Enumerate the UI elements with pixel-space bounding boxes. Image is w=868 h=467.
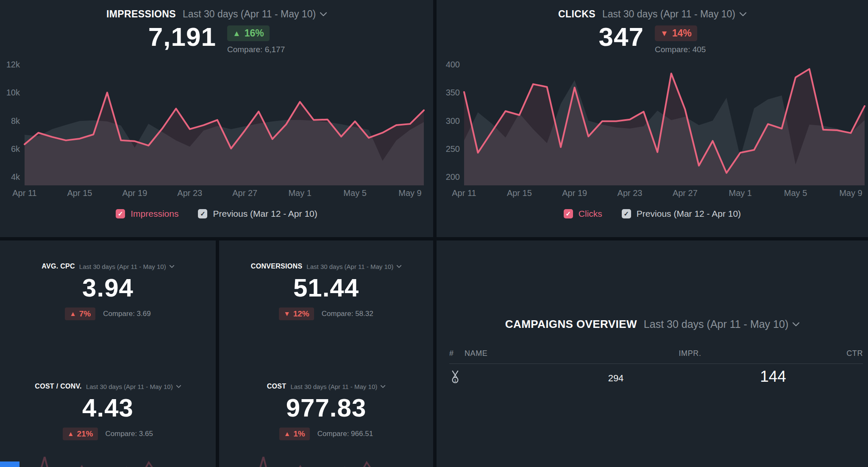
column-header-rank: #: [449, 349, 454, 358]
svg-text:Apr 27: Apr 27: [232, 188, 257, 198]
impressions-header: IMPRESSIONS Last 30 days (Apr 11 - May 1…: [0, 8, 433, 20]
delta-badge: ▲ 21%: [63, 428, 97, 440]
cell-impressions: 294: [608, 373, 624, 384]
metric-value: 51.44: [293, 275, 359, 301]
arrow-up-icon: ▲: [284, 430, 290, 438]
delta-value: 12%: [293, 309, 309, 319]
svg-text:May 5: May 5: [784, 188, 807, 198]
svg-text:Apr 15: Apr 15: [507, 188, 532, 198]
svg-text:10k: 10k: [6, 88, 20, 97]
table-divider: [449, 364, 863, 364]
svg-text:May 1: May 1: [288, 188, 311, 198]
column-header-name: NAME: [465, 349, 487, 358]
delta-value: 14%: [672, 28, 692, 39]
column-header-impressions: IMPR.: [679, 349, 701, 358]
dashboard: 4k6k8k10k12kApr 11Apr 15Apr 19Apr 23Apr …: [0, 0, 868, 467]
date-range-picker[interactable]: Last 30 days (Apr 11 - May 10): [290, 383, 385, 390]
conversions-card: CONVERSIONS Last 30 days (Apr 11 - May 1…: [219, 240, 433, 383]
legend-label: Impressions: [131, 209, 178, 219]
legend-item-previous[interactable]: ✓ Previous (Mar 12 - Apr 10): [622, 209, 741, 219]
svg-text:Apr 11: Apr 11: [452, 188, 476, 198]
delta-badge: ▼ 14%: [655, 25, 697, 41]
delta-badge: ▲ 16%: [227, 25, 270, 41]
svg-text:8k: 8k: [11, 116, 20, 126]
table-row[interactable]: 1 294 144: [449, 364, 863, 391]
impressions-legend: ✓ Impressions ✓ Previous (Mar 12 - Apr 1…: [0, 209, 433, 219]
chevron-down-icon: [381, 385, 385, 388]
svg-text:350: 350: [446, 88, 460, 97]
chevron-down-icon: [793, 322, 799, 327]
card-title: COST / CONV.: [35, 383, 82, 390]
date-range-label: Last 30 days (Apr 11 - May 10): [306, 263, 393, 270]
impressions-headline: 7,191 ▲ 16% Compare: 6,177: [0, 24, 433, 54]
impressions-panel: 4k6k8k10k12kApr 11Apr 15Apr 19Apr 23Apr …: [0, 0, 433, 237]
delta-value: 16%: [245, 28, 264, 39]
arrow-up-icon: ▲: [70, 310, 76, 318]
clicks-headline: 347 ▼ 14% Compare: 405: [437, 24, 868, 54]
date-range-label: Last 30 days (Apr 11 - May 10): [644, 318, 788, 330]
arrow-up-icon: ▲: [233, 29, 241, 38]
date-range-picker[interactable]: Last 30 days (Apr 11 - May 10): [602, 8, 746, 20]
arrow-down-icon: ▼: [284, 310, 290, 318]
date-range-picker[interactable]: Last 30 days (Apr 11 - May 10): [86, 383, 181, 390]
compare-value: Compare: 58.32: [322, 310, 373, 318]
compare-value: Compare: 6,177: [227, 45, 285, 54]
clicks-panel: 200250300350400Apr 11Apr 15Apr 19Apr 23A…: [437, 0, 868, 237]
svg-text:4k: 4k: [11, 172, 20, 182]
campaigns-header: CAMPAIGNS OVERVIEW Last 30 days (Apr 11 …: [437, 318, 868, 331]
svg-text:Apr 23: Apr 23: [177, 188, 202, 198]
svg-text:1: 1: [454, 378, 456, 383]
checkbox-checked-icon[interactable]: ✓: [564, 209, 573, 218]
compare-value: Compare: 3.69: [103, 310, 150, 318]
panel-title: IMPRESSIONS: [106, 8, 176, 20]
date-range-label: Last 30 days (Apr 11 - May 10): [79, 263, 166, 270]
date-range-label: Last 30 days (Apr 11 - May 10): [290, 383, 377, 390]
legend-item-previous[interactable]: ✓ Previous (Mar 12 - Apr 10): [198, 209, 317, 219]
chevron-down-icon: [397, 265, 401, 268]
delta-badge: ▼ 12%: [279, 308, 314, 320]
date-range-picker[interactable]: Last 30 days (Apr 11 - May 10): [644, 318, 799, 330]
legend-label: Previous (Mar 12 - Apr 10): [213, 209, 317, 219]
legend-item-clicks[interactable]: ✓ Clicks: [564, 209, 602, 219]
avg-cpc-card: AVG. CPC Last 30 days (Apr 11 - May 10) …: [0, 240, 216, 383]
chevron-down-icon: [740, 12, 746, 17]
checkbox-checked-icon[interactable]: ✓: [622, 209, 631, 218]
cost-conv-sparkline: [0, 451, 216, 467]
date-range-label: Last 30 days (Apr 11 - May 10): [183, 8, 316, 20]
compare-value: Compare: 405: [655, 45, 706, 54]
date-range-picker[interactable]: Last 30 days (Apr 11 - May 10): [183, 8, 327, 20]
svg-text:May 5: May 5: [343, 188, 366, 198]
panel-title: CAMPAIGNS OVERVIEW: [505, 318, 637, 331]
delta-badge: ▲ 1%: [279, 428, 310, 440]
cost-sparkline: [219, 451, 433, 467]
metric-value: 7,191: [148, 24, 216, 50]
svg-text:12k: 12k: [6, 60, 20, 69]
legend-item-impressions[interactable]: ✓ Impressions: [116, 209, 178, 219]
svg-text:400: 400: [446, 60, 460, 69]
date-range-picker[interactable]: Last 30 days (Apr 11 - May 10): [306, 263, 401, 270]
column-header-ctr: CTR: [846, 349, 863, 358]
metric-value: 347: [599, 24, 644, 50]
cost-conv-card: COST / CONV. Last 30 days (Apr 11 - May …: [0, 365, 216, 467]
svg-text:Apr 15: Apr 15: [67, 188, 92, 198]
svg-text:May 9: May 9: [398, 188, 421, 198]
card-title: AVG. CPC: [42, 263, 75, 270]
svg-text:Apr 27: Apr 27: [673, 188, 698, 198]
chevron-down-icon: [170, 265, 174, 268]
delta-value: 21%: [77, 429, 93, 439]
svg-text:Apr 23: Apr 23: [618, 188, 643, 198]
card-title: CONVERSIONS: [251, 263, 303, 270]
date-range-picker[interactable]: Last 30 days (Apr 11 - May 10): [79, 263, 174, 270]
metric-value: 977.83: [286, 395, 367, 421]
legend-label: Previous (Mar 12 - Apr 10): [637, 209, 741, 219]
card-title: COST: [267, 383, 287, 390]
cost-card: COST Last 30 days (Apr 11 - May 10) 977.…: [219, 365, 433, 467]
compare-value: Compare: 3.65: [106, 430, 153, 438]
checkbox-checked-icon[interactable]: ✓: [198, 209, 207, 218]
date-range-label: Last 30 days (Apr 11 - May 10): [602, 8, 735, 20]
checkbox-checked-icon[interactable]: ✓: [116, 209, 125, 218]
compare-value: Compare: 966.51: [317, 430, 373, 438]
svg-text:Apr 11: Apr 11: [12, 188, 36, 198]
svg-text:May 9: May 9: [839, 188, 862, 198]
legend-label: Clicks: [579, 209, 602, 219]
